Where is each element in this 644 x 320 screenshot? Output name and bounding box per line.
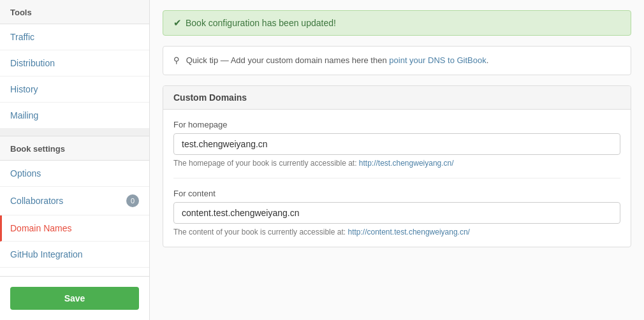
collaborators-badge: 0 [126, 194, 139, 207]
homepage-hint-link[interactable]: http://test.chengweiyang.cn/ [359, 159, 454, 168]
sidebar-item-distribution-label: Distribution [10, 58, 55, 68]
sidebar-item-github-integration[interactable]: GitHub Integration [0, 242, 149, 268]
card-body: For homepage The homepage of your book i… [163, 110, 631, 247]
content-hint-text: The content of your book is currently ac… [173, 228, 346, 236]
tip-text-after: . [487, 55, 489, 65]
main-content: ✔ Book configuration has been updated! ⚲… [150, 0, 644, 320]
homepage-group: For homepage The homepage of your book i… [173, 120, 620, 168]
sidebar-item-distribution[interactable]: Distribution [0, 50, 149, 76]
save-button[interactable]: Save [10, 287, 139, 310]
content-hint: The content of your book is currently ac… [173, 228, 620, 236]
success-message: Book configuration has been updated! [186, 18, 336, 28]
sidebar-item-mailing-label: Mailing [10, 110, 38, 120]
sidebar-item-domain-names[interactable]: Domain Names [0, 215, 149, 242]
tip-text-before: Quick tip — Add your custom domain names… [186, 55, 387, 65]
success-alert: ✔ Book configuration has been updated! [163, 10, 631, 36]
sidebar-item-github-integration-label: GitHub Integration [10, 249, 83, 259]
sidebar-item-options[interactable]: Options [0, 161, 149, 187]
sidebar-save-area: Save [0, 276, 149, 320]
homepage-input[interactable] [173, 133, 620, 155]
homepage-hint-text: The homepage of your book is currently a… [173, 159, 356, 168]
content-hint-link[interactable]: http://content.test.chengweiyang.cn/ [348, 228, 469, 236]
sidebar-item-domain-names-label: Domain Names [10, 223, 71, 233]
content-label: For content [173, 189, 620, 198]
sidebar: Tools Traffic Distribution History Maili… [0, 0, 150, 320]
sidebar-book-settings-header: Book settings [0, 136, 149, 161]
sidebar-item-history-label: History [10, 84, 38, 94]
sidebar-item-collaborators-label: Collaborators [10, 196, 63, 206]
homepage-label: For homepage [173, 120, 620, 129]
sidebar-spacer [0, 129, 149, 136]
check-icon: ✔ [173, 17, 182, 29]
sidebar-item-traffic-label: Traffic [10, 32, 34, 42]
custom-domains-card: Custom Domains For homepage The homepage… [163, 85, 631, 247]
lightbulb-icon: ⚲ [173, 55, 180, 65]
content-input[interactable] [173, 202, 620, 224]
sidebar-item-history[interactable]: History [0, 76, 149, 103]
sidebar-tools-header: Tools [0, 0, 149, 24]
sidebar-item-traffic[interactable]: Traffic [0, 24, 149, 50]
sidebar-item-collaborators[interactable]: Collaborators 0 [0, 187, 149, 215]
tip-box: ⚲ Quick tip — Add your custom domain nam… [163, 46, 631, 75]
sidebar-item-options-label: Options [10, 168, 41, 178]
card-header: Custom Domains [163, 86, 631, 110]
sidebar-item-mailing[interactable]: Mailing [0, 103, 149, 129]
tip-dns-link[interactable]: point your DNS to GitBook [389, 55, 486, 65]
form-divider [173, 178, 620, 178]
homepage-hint: The homepage of your book is currently a… [173, 159, 620, 168]
content-group: For content The content of your book is … [173, 189, 620, 236]
